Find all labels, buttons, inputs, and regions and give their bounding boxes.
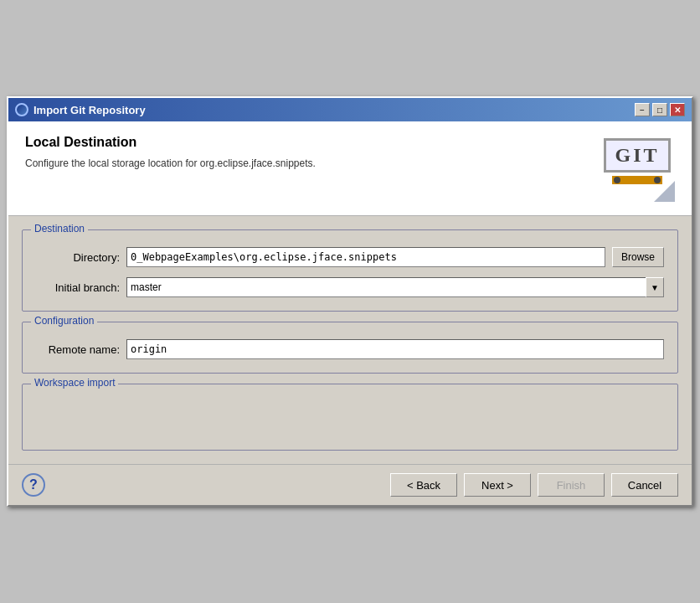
workspace-group: Workspace import (22, 384, 678, 451)
page-title: Local Destination (25, 135, 600, 150)
cancel-button[interactable]: Cancel (611, 473, 678, 497)
corner-fold (654, 181, 675, 202)
branch-input[interactable] (126, 277, 664, 297)
close-button[interactable]: ✕ (670, 103, 685, 116)
page-subtitle: Configure the local storage location for… (25, 157, 600, 171)
main-window: Import Git Repository − □ ✕ Local Destin… (7, 96, 693, 507)
header-text: Local Destination Configure the local st… (25, 135, 600, 171)
footer: ? < Back Next > Finish Cancel (8, 464, 692, 505)
window-title: Import Git Repository (33, 104, 146, 116)
content-area: Destination Directory: Browse Initial br… (8, 216, 692, 464)
branch-row: Initial branch: ▼ (36, 277, 664, 297)
next-button[interactable]: Next > (464, 473, 531, 497)
git-logo-text: GIT (604, 138, 670, 173)
workspace-group-label: Workspace import (31, 377, 118, 389)
git-logo-container: GIT (600, 135, 675, 202)
destination-group-label: Destination (31, 223, 88, 234)
remote-name-row: Remote name: (36, 339, 664, 359)
back-button[interactable]: < Back (390, 473, 457, 497)
configuration-group: Configuration Remote name: (22, 322, 678, 374)
header-section: Local Destination Configure the local st… (8, 121, 692, 216)
branch-dropdown-arrow[interactable]: ▼ (646, 277, 664, 297)
directory-input[interactable] (126, 247, 605, 267)
remote-name-input[interactable] (126, 339, 664, 359)
remote-name-label: Remote name: (36, 343, 120, 356)
configuration-group-label: Configuration (31, 315, 97, 327)
directory-row: Directory: Browse (36, 247, 664, 267)
destination-group: Destination Directory: Browse Initial br… (22, 229, 678, 312)
window-icon (15, 103, 28, 116)
finish-button[interactable]: Finish (538, 473, 605, 497)
browse-button[interactable]: Browse (612, 247, 664, 267)
branch-dropdown-container: ▼ (126, 277, 664, 297)
maximize-button[interactable]: □ (652, 103, 667, 116)
help-button[interactable]: ? (22, 473, 45, 497)
title-bar-buttons: − □ ✕ (635, 103, 685, 116)
branch-label: Initial branch: (36, 281, 120, 294)
title-bar-left: Import Git Repository (15, 103, 146, 116)
directory-label: Directory: (36, 251, 120, 264)
minimize-button[interactable]: − (635, 103, 650, 116)
title-bar: Import Git Repository − □ ✕ (8, 98, 692, 121)
